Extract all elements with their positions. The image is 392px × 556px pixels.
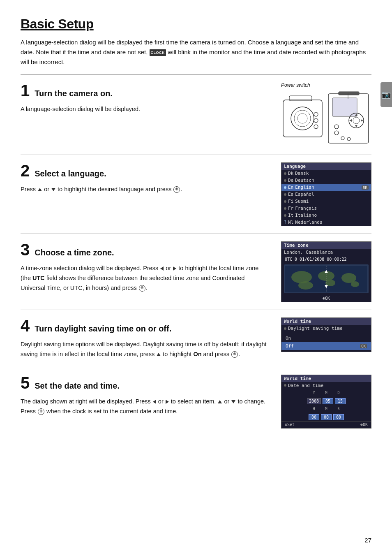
tz-location: London, Casablanca	[281, 249, 371, 256]
svg-marker-15	[349, 119, 352, 122]
step-1-heading-text: Turn the camera on.	[35, 89, 113, 98]
dt-ymd-labels: Y M D	[281, 391, 371, 396]
page-title: Basic Setup	[21, 16, 371, 32]
ok-button-symbol-5: ®	[38, 408, 44, 415]
ok-button-symbol-3: ®	[139, 285, 145, 292]
lang-de-code: De	[288, 178, 293, 183]
power-switch-label: Power switch	[281, 82, 310, 88]
svg-point-5	[314, 112, 318, 116]
lang-de-dot	[284, 179, 286, 182]
lang-nl-code: Nl	[288, 220, 293, 225]
dt-title: World time	[281, 375, 371, 382]
step-3-number: 3	[21, 241, 30, 258]
svg-point-20	[347, 137, 350, 141]
tz-utc-row: UTC 0 01/01/2008 00:00:22	[281, 256, 371, 263]
lang-fr-label: Français	[295, 206, 317, 211]
step-4-wt: World time Daylight saving time On Off O…	[277, 317, 371, 359]
svg-marker-14	[355, 125, 357, 127]
lang-fr: Fr Français	[281, 205, 371, 212]
lang-es: Es Español	[281, 191, 371, 198]
lang-it-code: It	[288, 213, 293, 218]
wt-on-label: On	[286, 336, 291, 341]
dt-ymd-fields: 2008 05 15	[281, 396, 371, 405]
step-3-heading-text: Choose a time zone.	[35, 248, 114, 257]
dt-s-field: 00	[333, 414, 344, 420]
step-4-body: Daylight saving time options will be dis…	[21, 340, 269, 359]
lang-en: En English OK	[281, 184, 371, 191]
svg-point-12	[353, 117, 360, 124]
step-2-menu: Language Dk Dansk De Deutsch En English …	[277, 162, 371, 226]
step-4-number: 4	[21, 317, 30, 334]
lang-fi-dot	[284, 200, 286, 203]
dt-subtitle-text: Date and time	[288, 383, 323, 388]
menu-title: Language	[281, 163, 371, 170]
tz-location-text: London, Casablanca	[284, 250, 333, 255]
dt-m-field: 05	[323, 398, 333, 404]
wt-menu: World time Daylight saving time On Off O…	[281, 317, 371, 352]
tz-map	[284, 264, 369, 293]
step-1-body: A language-selection dialog will be disp…	[21, 104, 269, 114]
utc-bold: UTC	[32, 275, 45, 281]
step-4-content: 4 Turn daylight saving time on or off. D…	[21, 317, 269, 359]
step-1-heading: 1 Turn the camera on.	[21, 82, 269, 100]
or-text-5a: or	[158, 398, 164, 405]
step-1-number: 1	[21, 82, 30, 99]
lang-it-dot	[284, 214, 286, 217]
svg-point-2	[294, 110, 311, 127]
step-2-number: 2	[21, 162, 30, 179]
step-4-heading: 4 Turn daylight saving time on or off.	[21, 317, 269, 336]
or-text-5b: or	[224, 398, 229, 405]
lang-de-label: Deutsch	[295, 178, 314, 183]
lang-en-dot	[284, 186, 286, 189]
up-arrow-4	[157, 353, 161, 356]
clock-icon: CLOCK	[150, 49, 166, 56]
wt-bottom-spacer	[281, 350, 371, 352]
lang-it: It Italiano	[281, 212, 371, 219]
lang-dk: Dk Dansk	[281, 170, 371, 177]
wt-subtitle: Daylight saving time	[281, 325, 371, 332]
page-number: 27	[364, 537, 371, 544]
wt-ok-badge: OK	[360, 344, 367, 348]
step-3: 3 Choose a time zone. A time-zone select…	[21, 234, 371, 310]
step-3-content: 3 Choose a time zone. A time-zone select…	[21, 241, 269, 302]
triangle-left-5	[153, 400, 156, 404]
tz-ok-text: ⊛OK	[323, 296, 330, 301]
side-tab: 📷	[380, 82, 392, 107]
lang-en-code: En	[288, 185, 293, 190]
lang-dk-dot	[284, 172, 286, 175]
svg-point-23	[291, 271, 312, 283]
step-5-body: The dialog shown at right will be displa…	[21, 397, 269, 417]
dt-m-label: M	[321, 391, 332, 395]
svg-rect-9	[339, 92, 359, 95]
lang-en-label: English	[295, 185, 314, 190]
step-2-body: Press or to highlight the desired langua…	[21, 185, 269, 195]
tz-utc-label: UTC 0	[285, 257, 297, 262]
lang-fi-label: Suomi	[295, 199, 309, 204]
wt-subtitle-dot	[284, 327, 286, 330]
lang-it-label: Italiano	[295, 213, 317, 218]
svg-point-17	[334, 125, 339, 129]
step-5-content: 5 Set the date and time. The dialog show…	[21, 375, 269, 429]
step-2-heading: 2 Select a language.	[21, 162, 269, 181]
tz-title: Time zone	[281, 242, 371, 249]
triangle-down-5	[231, 400, 235, 403]
lang-es-dot	[284, 193, 286, 196]
triangle-down-icon	[51, 188, 55, 191]
lang-nl-label: Nederlands	[295, 220, 322, 225]
step-5-heading-text: Set the date and time.	[35, 381, 120, 391]
triangle-left-icon	[160, 266, 164, 271]
svg-marker-16	[361, 119, 363, 122]
lang-dk-code: Dk	[288, 171, 293, 176]
svg-point-24	[298, 281, 313, 290]
dt-subtitle-dot	[284, 384, 286, 387]
ok-badge: OK	[362, 185, 369, 190]
on-bold: On	[193, 351, 201, 357]
step-4: 4 Turn daylight saving time on or off. D…	[21, 310, 371, 367]
dt-d-label: D	[333, 391, 344, 395]
camera-svg	[281, 90, 371, 147]
step-1-image: Power switch	[277, 82, 371, 147]
triangle-right-icon	[173, 266, 176, 271]
step-2: 2 Select a language. Press or to highlig…	[21, 155, 371, 234]
triangle-up-icon	[38, 188, 42, 191]
or-text-1: or	[44, 186, 49, 192]
